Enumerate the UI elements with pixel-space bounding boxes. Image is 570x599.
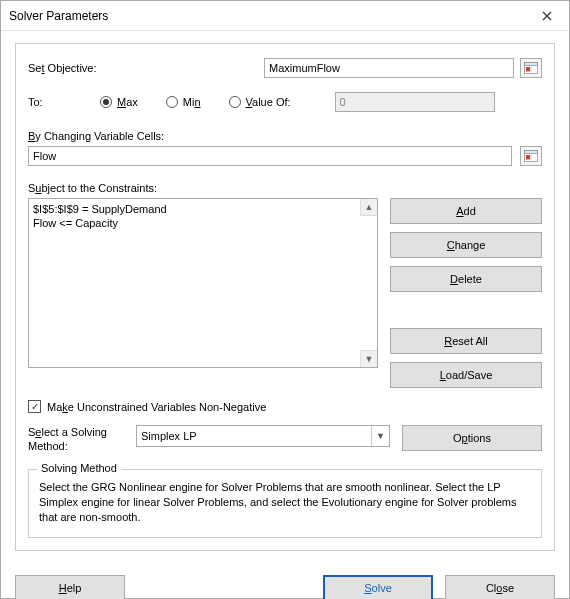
changing-cells-input[interactable] [28, 146, 512, 166]
solve-button[interactable]: Solve [323, 575, 433, 599]
solver-dialog: Solver Parameters Set Objective: [0, 0, 570, 599]
chevron-down-icon: ▼ [371, 426, 389, 446]
close-icon[interactable] [524, 1, 569, 31]
svg-rect-5 [525, 151, 538, 154]
solving-method-box: Solving Method Select the GRG Nonlinear … [28, 469, 542, 538]
reset-all-button[interactable]: Reset All [390, 328, 542, 354]
constraints-listbox[interactable]: $I$5:$I$9 = SupplyDemand Flow <= Capacit… [28, 198, 378, 368]
solving-method-header: Solving Method [37, 462, 121, 474]
changing-cells-label: By Changing Variable Cells: [28, 130, 542, 142]
svg-rect-2 [526, 67, 530, 72]
scroll-down-icon[interactable]: ▼ [360, 350, 377, 367]
value-of-input[interactable] [335, 92, 495, 112]
to-label: To: [28, 96, 46, 108]
radio-min[interactable]: Min [166, 96, 201, 108]
help-button[interactable]: Help [15, 575, 125, 599]
load-save-button[interactable]: Load/Save [390, 362, 542, 388]
window-title: Solver Parameters [9, 9, 524, 23]
nonneg-checkbox[interactable]: ✓ [28, 400, 41, 413]
solving-method-text: Select the GRG Nonlinear engine for Solv… [39, 480, 531, 525]
footer: Help Solve Close [1, 563, 569, 599]
radio-max-circle [100, 96, 112, 108]
constraint-item[interactable]: Flow <= Capacity [33, 216, 373, 230]
constraints-label: Subject to the Constraints: [28, 182, 542, 194]
delete-button[interactable]: Delete [390, 266, 542, 292]
objective-refedit-button[interactable] [520, 58, 542, 78]
main-panel: Set Objective: To: [15, 43, 555, 551]
set-objective-label: Set Objective: [28, 62, 264, 74]
close-button[interactable]: Close [445, 575, 555, 599]
solving-method-value: Simplex LP [141, 430, 197, 442]
solving-method-select[interactable]: Simplex LP ▼ [136, 425, 390, 447]
radio-valueof-circle [229, 96, 241, 108]
titlebar: Solver Parameters [1, 1, 569, 31]
select-method-label: Select a Solving Method: [28, 425, 124, 453]
add-button[interactable]: Add [390, 198, 542, 224]
scroll-up-icon[interactable]: ▲ [360, 199, 377, 216]
change-button[interactable]: Change [390, 232, 542, 258]
svg-rect-1 [525, 63, 538, 66]
svg-rect-6 [526, 155, 530, 160]
changing-refedit-button[interactable] [520, 146, 542, 166]
radio-min-circle [166, 96, 178, 108]
objective-input[interactable] [264, 58, 514, 78]
radio-max[interactable]: Max [100, 96, 138, 108]
options-button[interactable]: Options [402, 425, 542, 451]
radio-value-of[interactable]: Value Of: [229, 96, 291, 108]
nonneg-label: Make Unconstrained Variables Non-Negativ… [47, 401, 266, 413]
constraint-item[interactable]: $I$5:$I$9 = SupplyDemand [33, 202, 373, 216]
